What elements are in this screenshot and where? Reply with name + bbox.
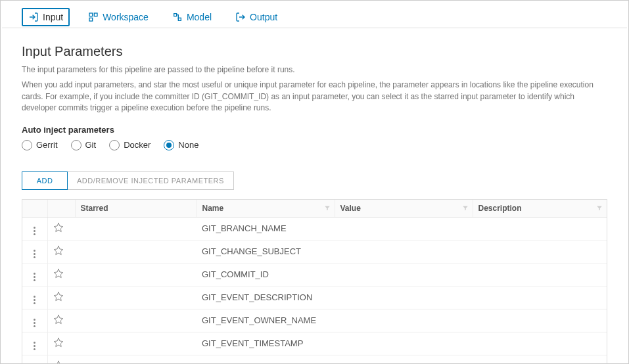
col-label: Description — [478, 204, 522, 213]
page-title: Input Parameters — [22, 44, 607, 59]
radio-git[interactable]: Git — [71, 140, 97, 150]
add-button[interactable]: ADD — [22, 171, 68, 190]
tab-model[interactable]: Model — [167, 9, 217, 25]
cell-name: GIT_CHANGE_SUBJECT — [197, 240, 335, 263]
cell-value — [335, 355, 473, 364]
button-row: ADD ADD/REMOVE INJECTED PARAMETERS — [22, 171, 607, 190]
tab-output[interactable]: Output — [230, 9, 283, 25]
col-star — [47, 200, 75, 217]
workspace-icon — [88, 12, 99, 22]
cell-starred — [75, 240, 197, 263]
cell-name: GIT_EVENT_DESCRIPTION — [197, 286, 335, 309]
cell-description — [473, 240, 607, 263]
cell-value — [335, 240, 473, 263]
cell-description — [473, 309, 607, 332]
model-icon — [172, 12, 183, 22]
table-row: GIT_REPO_NAME — [22, 355, 607, 364]
star-icon[interactable] — [53, 337, 64, 348]
table-row: GIT_CHANGE_SUBJECT — [22, 240, 607, 263]
row-menu-icon[interactable] — [32, 271, 37, 283]
radio-circle-icon — [71, 140, 82, 150]
col-value[interactable]: Value — [335, 200, 473, 217]
input-icon — [28, 12, 39, 22]
cell-description — [473, 286, 607, 309]
add-remove-injected-button[interactable]: ADD/REMOVE INJECTED PARAMETERS — [68, 171, 234, 190]
radio-label: Gerrit — [36, 140, 58, 150]
col-label: Starred — [81, 204, 108, 213]
col-starred[interactable]: Starred — [75, 200, 197, 217]
table-row: GIT_EVENT_OWNER_NAME — [22, 309, 607, 332]
radio-label: Git — [85, 140, 97, 150]
page-desc-2: When you add input parameters, and star … — [22, 80, 607, 114]
row-menu-icon[interactable] — [32, 294, 37, 306]
cell-value — [335, 263, 473, 286]
svg-rect-2 — [89, 18, 93, 21]
row-menu-icon[interactable] — [32, 340, 37, 352]
radio-none[interactable]: None — [164, 140, 198, 150]
cell-value — [335, 332, 473, 355]
cell-starred — [75, 286, 197, 309]
table-row: GIT_BRANCH_NAME — [22, 217, 607, 240]
cell-name: GIT_COMMIT_ID — [197, 263, 335, 286]
cell-starred — [75, 355, 197, 364]
cell-name: GIT_EVENT_TIMESTAMP — [197, 332, 335, 355]
cell-description — [473, 332, 607, 355]
row-menu-icon[interactable] — [32, 248, 37, 260]
star-icon[interactable] — [53, 314, 64, 325]
cell-starred — [75, 263, 197, 286]
cell-starred — [75, 332, 197, 355]
table-row: GIT_COMMIT_ID — [22, 263, 607, 286]
cell-value — [335, 217, 473, 240]
tab-label: Input — [43, 12, 63, 22]
radio-label: None — [178, 140, 198, 150]
output-icon — [235, 12, 246, 22]
cell-name: GIT_EVENT_OWNER_NAME — [197, 309, 335, 332]
radio-label: Docker — [124, 140, 151, 150]
col-label: Name — [202, 204, 224, 213]
filter-icon[interactable] — [324, 205, 331, 212]
cell-value — [335, 309, 473, 332]
tab-input[interactable]: Input — [22, 8, 70, 26]
tab-workspace[interactable]: Workspace — [83, 9, 154, 25]
tab-label: Model — [187, 12, 212, 22]
radio-gerrit[interactable]: Gerrit — [22, 140, 58, 150]
table-row: GIT_EVENT_DESCRIPTION — [22, 286, 607, 309]
col-label: Value — [340, 204, 361, 213]
cell-description — [473, 355, 607, 364]
radio-circle-icon — [164, 140, 174, 150]
cell-starred — [75, 309, 197, 332]
radio-group: Gerrit Git Docker None — [22, 140, 607, 150]
star-icon[interactable] — [53, 222, 64, 233]
filter-icon[interactable] — [596, 205, 603, 212]
col-name[interactable]: Name — [197, 200, 335, 217]
star-icon[interactable] — [53, 291, 64, 302]
svg-rect-1 — [94, 13, 97, 16]
cell-description — [473, 217, 607, 240]
cell-value — [335, 286, 473, 309]
col-menu — [22, 200, 47, 217]
star-icon[interactable] — [53, 245, 64, 256]
table-body: GIT_BRANCH_NAME GIT_CHANGE_SUBJECT GIT_C… — [22, 217, 607, 364]
radio-circle-icon — [22, 140, 32, 150]
main-content: Input Parameters The input parameters fo… — [2, 28, 627, 364]
cell-description — [473, 263, 607, 286]
row-menu-icon[interactable] — [32, 317, 37, 329]
tab-bar: Input Workspace Model Output — [2, 2, 627, 28]
cell-name: GIT_REPO_NAME — [197, 355, 335, 364]
page-desc-1: The input parameters for this pipeline a… — [22, 64, 607, 76]
auto-inject-label: Auto inject parameters — [22, 125, 607, 135]
auto-inject-section: Auto inject parameters Gerrit Git Docker… — [22, 125, 607, 150]
row-menu-icon[interactable] — [32, 225, 37, 237]
svg-rect-0 — [89, 13, 93, 16]
radio-circle-icon — [109, 140, 120, 150]
svg-rect-3 — [174, 13, 177, 16]
col-description[interactable]: Description — [473, 200, 607, 217]
star-icon[interactable] — [53, 360, 64, 364]
tab-label: Workspace — [103, 12, 149, 22]
radio-docker[interactable]: Docker — [109, 140, 151, 150]
filter-icon[interactable] — [462, 205, 469, 212]
star-icon[interactable] — [53, 268, 64, 279]
table-row: GIT_EVENT_TIMESTAMP — [22, 332, 607, 355]
parameters-table-wrap: Starred Name Value Description GIT_BRANC… — [22, 199, 607, 364]
cell-starred — [75, 217, 197, 240]
